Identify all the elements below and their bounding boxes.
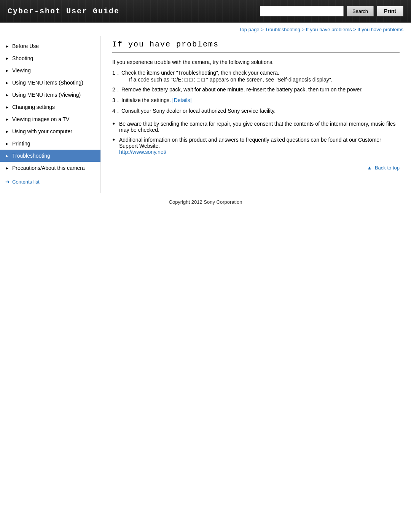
sidebar-item-label: Shooting [12,55,33,61]
step-number: 4． [112,108,120,115]
sidebar-item-viewing-images-tv[interactable]: ► Viewing images on a TV [0,113,100,125]
triangle-up-icon: ▲ [367,165,372,171]
step-content: Remove the battery pack, wait for about … [121,86,399,93]
sidebar-item-using-menu-viewing[interactable]: ► Using MENU items (Viewing) [0,89,100,101]
sidebar-item-label: Using with your computer [12,128,72,134]
step-number: 2． [112,86,120,93]
bullets-list: Be aware that by sending the camera for … [112,121,400,155]
breadcrumb-sep3: > [353,27,357,32]
page-footer: Copyright 2012 Sony Corporation [0,193,411,211]
chevron-right-icon: ► [5,166,9,170]
step-number: 3． [112,97,120,104]
breadcrumb-sep2: > [302,27,306,32]
step-3: 3． Initialize the settings. [Details] [112,97,400,104]
sidebar-item-label: Printing [12,141,30,147]
copyright-text: Copyright 2012 Sony Corporation [169,199,242,205]
arrow-right-icon: ➔ [5,179,10,185]
chevron-right-icon: ► [5,44,9,48]
sidebar-item-printing[interactable]: ► Printing [0,137,100,150]
sidebar-item-before-use[interactable]: ► Before Use [0,40,100,52]
search-input[interactable] [260,6,344,16]
sidebar: ► Before Use ► Shooting ► Viewing ► Usin… [0,36,101,193]
step-1: 1． Check the items under "Troubleshootin… [112,70,400,83]
print-button[interactable]: Print [377,6,403,16]
intro-text: If you experience trouble with the camer… [112,59,400,65]
sidebar-item-using-menu-shooting[interactable]: ► Using MENU items (Shooting) [0,77,100,89]
breadcrumb-sep1: > [261,27,265,32]
sony-url[interactable]: http://www.sony.net/ [119,149,166,155]
step-2: 2． Remove the battery pack, wait for abo… [112,86,400,93]
sidebar-item-label: Viewing [12,67,31,73]
sidebar-item-label: Precautions/About this camera [12,165,85,171]
bullet-2: Additional information on this product a… [112,137,400,155]
chevron-right-icon: ► [5,129,9,134]
sidebar-item-label: Before Use [12,43,39,49]
chevron-right-icon: ► [5,56,9,61]
step-content: Check the items under "Troubleshooting",… [121,70,399,83]
search-button[interactable]: Search [347,6,374,16]
page-title: If you have problems [112,40,400,53]
step-4: 4． Consult your Sony dealer or local aut… [112,108,400,115]
sidebar-item-troubleshooting[interactable]: ► Troubleshooting [0,150,100,162]
back-to-top-label: Back to top [375,165,400,171]
main-content: If you have problems If you experience t… [101,36,411,193]
chevron-right-icon: ► [5,154,9,158]
breadcrumb-troubleshooting[interactable]: Troubleshooting [265,27,300,32]
chevron-right-icon: ► [5,105,9,109]
contents-list-link[interactable]: ➔ Contents list [0,174,100,189]
sidebar-item-label: Troubleshooting [12,153,50,159]
chevron-right-icon: ► [5,142,9,146]
step-sub: If a code such as "C/E: □ □ : □ □ " appe… [121,77,399,83]
breadcrumb-if-you-have-problems-1[interactable]: If you have problems [306,27,352,32]
sidebar-item-label: Using MENU items (Viewing) [12,92,81,98]
chevron-right-icon: ► [5,93,9,97]
chevron-right-icon: ► [5,81,9,85]
chevron-right-icon: ► [5,69,9,73]
content-footer: ▲ Back to top [112,161,400,171]
step-number: 1． [112,70,120,77]
bullet-1: Be aware that by sending the camera for … [112,121,400,133]
chevron-right-icon: ► [5,117,9,121]
sidebar-item-precautions[interactable]: ► Precautions/About this camera [0,162,100,174]
details-link[interactable]: [Details] [172,97,192,103]
layout: ► Before Use ► Shooting ► Viewing ► Usin… [0,36,411,193]
breadcrumb-top-page[interactable]: Top page [239,27,260,32]
sidebar-item-using-with-computer[interactable]: ► Using with your computer [0,125,100,137]
contents-list-label: Contents list [12,179,40,185]
sidebar-item-label: Changing settings [12,104,55,110]
step-content: Consult your Sony dealer or local author… [121,108,399,114]
sidebar-item-label: Viewing images on a TV [12,116,69,122]
logo: Cyber-shot User Guide [0,7,127,16]
header: Cyber-shot User Guide Search Print [0,0,411,23]
breadcrumb: Top page > Troubleshooting > If you have… [0,23,411,36]
back-to-top-link[interactable]: ▲ Back to top [367,165,400,171]
step-content: Initialize the settings. [Details] [121,97,399,103]
sidebar-item-label: Using MENU items (Shooting) [12,80,83,86]
sidebar-item-viewing[interactable]: ► Viewing [0,64,100,77]
sidebar-item-shooting[interactable]: ► Shooting [0,52,100,64]
steps-list: 1． Check the items under "Troubleshootin… [112,70,400,115]
sidebar-item-changing-settings[interactable]: ► Changing settings [0,101,100,113]
header-right: Search Print [260,6,411,16]
breadcrumb-if-you-have-problems-2[interactable]: If you have problems [357,27,403,32]
